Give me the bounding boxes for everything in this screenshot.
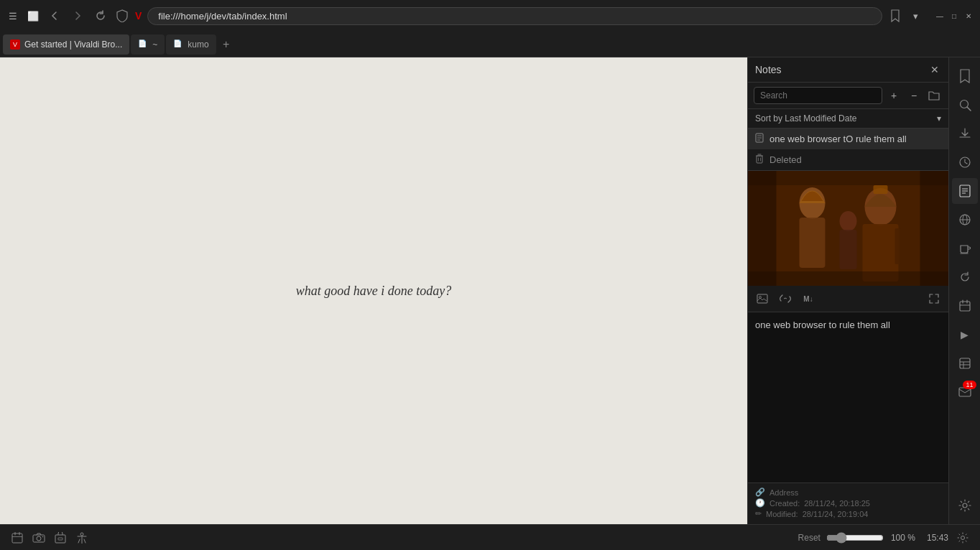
sidebar-item-expand[interactable]: ▶ xyxy=(952,322,978,348)
address-label: Address xyxy=(769,488,798,497)
tab-item[interactable]: V Get started | Vivaldi Bro... xyxy=(3,34,129,55)
sort-arrow-icon: ▾ xyxy=(937,113,941,123)
zoom-slider[interactable] xyxy=(826,532,884,544)
zoom-control: 100 % xyxy=(826,532,915,544)
statusbar-settings-button[interactable] xyxy=(954,529,971,546)
tab-item[interactable]: 📄 kumo xyxy=(166,34,216,55)
notes-toolbar: + − xyxy=(748,83,948,109)
svg-rect-39 xyxy=(960,358,970,368)
list-item[interactable]: one web browser tO rule them all xyxy=(748,129,948,149)
notes-add-button[interactable]: + xyxy=(885,87,902,104)
add-tab-button[interactable]: + xyxy=(218,36,235,53)
notes-close-button[interactable]: ✕ xyxy=(928,63,941,76)
sidebar-settings-button[interactable] xyxy=(952,493,978,518)
modified-value: 28/11/24, 20:19:04 xyxy=(803,510,869,518)
modified-icon: ✏ xyxy=(755,509,762,518)
titlebar: ☰ ⬜ V file:///home/j/dev/tab/index.html … xyxy=(0,0,980,32)
insert-image-button[interactable] xyxy=(754,290,771,307)
mail-badge: 11 xyxy=(963,381,976,389)
svg-rect-53 xyxy=(58,538,63,540)
notes-footer: 🔗 Address 🕐 Created: 28/11/24, 20:18:25 … xyxy=(748,483,948,524)
svg-point-44 xyxy=(963,503,967,508)
sidebar-item-cup[interactable] xyxy=(952,236,978,261)
sidebar-item-downloads[interactable] xyxy=(952,121,978,146)
svg-line-25 xyxy=(967,107,971,111)
sidebar-item-search[interactable] xyxy=(952,92,978,118)
created-icon: 🕐 xyxy=(755,498,765,508)
svg-point-51 xyxy=(42,536,44,537)
sort-label: Sort by Last Modified Date xyxy=(755,113,856,123)
created-value: 28/11/24, 20:18:25 xyxy=(804,499,870,508)
address-icon: 🔗 xyxy=(755,488,765,497)
sidebar-item-feed[interactable] xyxy=(952,350,978,376)
bookmark-button[interactable] xyxy=(888,9,902,23)
vivaldi-icon: V xyxy=(135,10,142,22)
sidebar-item-bookmarks[interactable] xyxy=(952,63,978,89)
menu-icon[interactable]: ☰ xyxy=(6,9,20,23)
right-sidebar: ▶ 11 xyxy=(948,57,980,524)
window-controls: — □ ✕ xyxy=(934,10,974,22)
notes-panel: Notes ✕ + − Sort by Last Modified Date ▾ xyxy=(747,57,948,524)
calendar-status-icon[interactable] xyxy=(9,529,26,546)
sidebar-toggle-icon[interactable]: ⬜ xyxy=(26,9,40,23)
sidebar-item-mail[interactable]: 11 xyxy=(952,379,978,405)
tabs-bar: V Get started | Vivaldi Bro... 📄 ~ 📄 kum… xyxy=(0,32,980,57)
sidebar-item-calendar[interactable] xyxy=(952,293,978,319)
statusbar-right: Reset 100 % 15:43 xyxy=(798,529,971,546)
url-text: file:///home/j/dev/tab/index.html xyxy=(158,11,287,22)
sidebar-item-notes[interactable] xyxy=(952,178,978,204)
address-row: 🔗 Address xyxy=(755,488,941,497)
close-button[interactable]: ✕ xyxy=(963,10,974,22)
url-bar[interactable]: file:///home/j/dev/tab/index.html xyxy=(147,7,882,25)
notes-editor[interactable]: one web browser to rule them all xyxy=(748,312,948,483)
notes-sort-bar[interactable]: Sort by Last Modified Date ▾ xyxy=(748,109,948,129)
notes-search-input[interactable] xyxy=(754,87,882,104)
deleted-item[interactable]: Deleted xyxy=(748,149,948,170)
svg-rect-45 xyxy=(12,533,22,543)
tab-favicon: 📄 xyxy=(173,39,183,50)
extensions-icon[interactable] xyxy=(52,529,69,546)
statusbar-icons xyxy=(9,529,792,546)
svg-point-16 xyxy=(840,211,857,231)
bookmark-dropdown-button[interactable]: ▾ xyxy=(908,9,923,23)
notes-list: one web browser tO rule them all Deleted xyxy=(748,129,948,171)
tab-label: kumo xyxy=(188,39,208,50)
svg-rect-20 xyxy=(748,171,948,185)
note-item-label: one web browser tO rule them all xyxy=(769,134,907,144)
sidebar-item-translate[interactable] xyxy=(952,207,978,233)
forward-button[interactable] xyxy=(69,7,86,24)
svg-rect-14 xyxy=(874,185,888,194)
tab-label: ~ xyxy=(152,39,157,50)
statusbar: Reset 100 % 15:43 xyxy=(0,524,980,550)
markdown-button[interactable]: M↓ xyxy=(800,290,817,307)
sidebar-item-sync[interactable] xyxy=(952,264,978,290)
browser-content: what good have i done today? xyxy=(0,57,747,524)
tab-label: Get started | Vivaldi Bro... xyxy=(24,39,122,50)
modified-label: Modified: xyxy=(766,510,798,518)
svg-point-55 xyxy=(961,536,965,539)
camera-icon[interactable] xyxy=(30,529,47,546)
tab-item[interactable]: 📄 ~ xyxy=(131,34,165,55)
svg-rect-19 xyxy=(920,171,949,286)
expand-editor-button[interactable] xyxy=(925,290,943,307)
deleted-item-label: Deleted xyxy=(769,154,802,165)
sidebar-item-history[interactable] xyxy=(952,149,978,175)
svg-point-50 xyxy=(37,536,41,541)
svg-rect-52 xyxy=(55,535,65,543)
insert-link-button[interactable] xyxy=(777,290,794,307)
minimize-button[interactable]: — xyxy=(934,10,946,22)
notes-folder-button[interactable] xyxy=(925,87,943,104)
tab-favicon: 📄 xyxy=(138,39,148,50)
svg-rect-21 xyxy=(748,271,948,286)
modified-row: ✏ Modified: 28/11/24, 20:19:04 xyxy=(755,509,941,518)
svg-point-54 xyxy=(80,533,83,536)
reload-button[interactable] xyxy=(92,7,109,24)
notes-header: Notes ✕ xyxy=(748,57,948,83)
back-button[interactable] xyxy=(46,7,63,24)
maximize-button[interactable]: □ xyxy=(948,10,960,22)
accessibility-icon[interactable] xyxy=(73,529,91,546)
notes-editor-toolbar: M↓ xyxy=(748,286,948,312)
notes-remove-button[interactable]: − xyxy=(905,87,923,104)
page-text: what good have i done today? xyxy=(296,284,451,299)
reset-button[interactable]: Reset xyxy=(798,533,820,543)
